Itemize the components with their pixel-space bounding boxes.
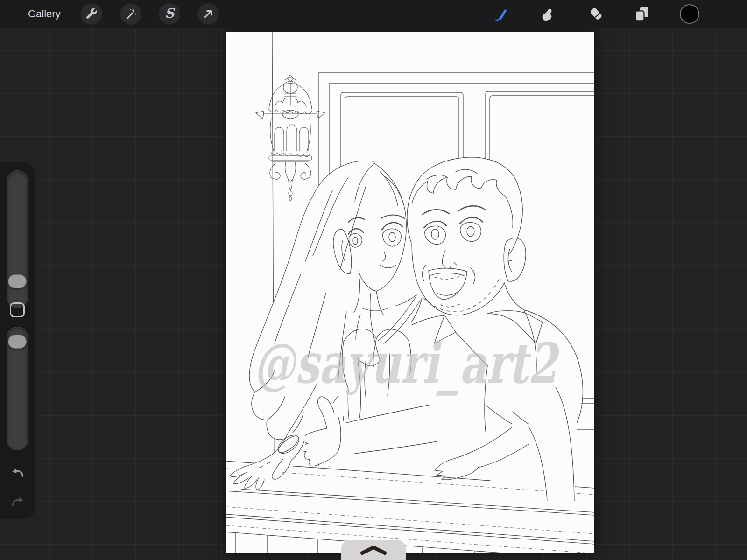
adjustments-button[interactable] [120,3,141,25]
eraser-icon [587,5,606,23]
brush-icon [491,5,510,23]
actions-button[interactable] [81,3,102,25]
undo-arrow-icon [10,465,26,481]
color-swatch[interactable] [680,4,699,24]
bottom-pull-handle[interactable] [341,540,406,560]
watermark-text: @sayuri_art2 [254,331,560,396]
erase-tool-button[interactable] [585,3,607,25]
paint-tool-button[interactable] [490,3,511,25]
magic-wand-icon [124,7,137,21]
line-art-illustration: @sayuri_art2 [226,32,594,553]
chevron-up-icon [359,545,388,555]
selection-s-icon: S [165,7,174,20]
brush-sidebar [0,162,35,519]
app-window: Gallery [0,0,747,560]
top-toolbar: Gallery [0,0,747,28]
wrench-icon [85,7,98,21]
smudge-icon [539,5,557,23]
brush-size-thumb[interactable] [8,274,27,288]
selection-button[interactable]: S [159,3,180,25]
layers-icon [633,5,651,23]
undo-button[interactable] [9,465,26,482]
transform-arrow-icon [202,7,215,21]
smudge-tool-button[interactable] [537,3,559,25]
redo-button[interactable] [9,494,26,511]
lantern [256,75,325,201]
brush-opacity-slider[interactable] [7,327,28,450]
modify-button[interactable] [10,302,25,317]
transform-button[interactable] [197,3,219,25]
layers-button[interactable] [631,3,653,25]
gallery-button[interactable]: Gallery [28,0,61,28]
drawing-canvas[interactable]: @sayuri_art2 [226,32,594,553]
redo-arrow-icon [10,494,26,510]
brush-size-slider[interactable] [7,170,28,308]
brush-opacity-thumb[interactable] [8,335,27,349]
